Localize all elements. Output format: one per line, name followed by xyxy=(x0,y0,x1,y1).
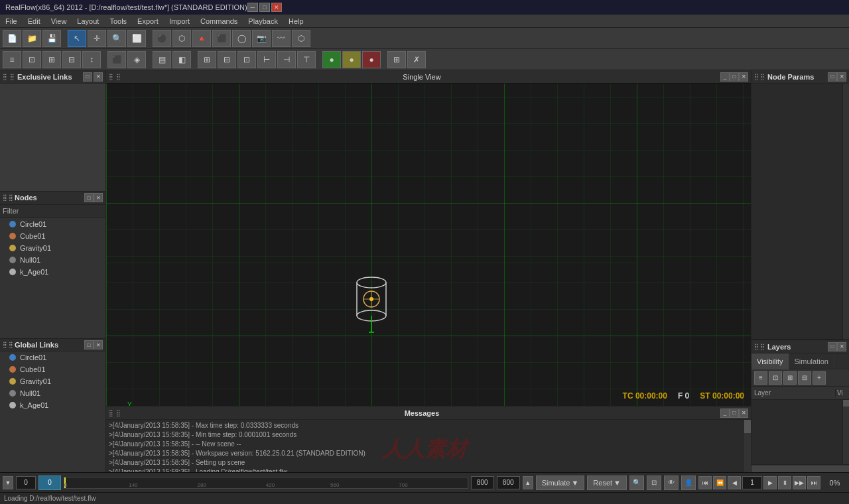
tab-simulation[interactable]: Simulation xyxy=(789,353,834,369)
viewport-minimize[interactable]: _ xyxy=(720,72,730,82)
green-btn[interactable]: ● xyxy=(322,51,341,68)
layers-hscrollbar[interactable] xyxy=(751,464,849,472)
layers-scroll-left[interactable] xyxy=(843,400,849,407)
new-button[interactable]: 📄 xyxy=(3,30,21,47)
menu-commands[interactable]: Commands xyxy=(195,15,243,28)
global-links-close[interactable]: ✕ xyxy=(94,340,103,349)
tree-item-null01[interactable]: Null01 xyxy=(0,254,105,266)
layers-tb-btn4[interactable]: ⊟ xyxy=(798,371,811,385)
frame-number-input[interactable] xyxy=(742,476,762,489)
tree-item-circle01[interactable]: Circle01 xyxy=(0,218,105,230)
tb2-btn12[interactable]: ⊡ xyxy=(237,51,256,68)
minimize-button[interactable]: ─ xyxy=(247,3,258,12)
menu-playback[interactable]: Playback xyxy=(243,15,283,28)
nodes-close[interactable]: ✕ xyxy=(94,193,103,202)
prev-step-btn[interactable]: ◀ xyxy=(728,476,741,489)
play-btn[interactable]: ▶ xyxy=(763,476,777,489)
messages-content[interactable]: >[4/January/2013 15:58:35] - Max time st… xyxy=(106,420,743,472)
select-button[interactable]: ↖ xyxy=(68,30,86,47)
layers-scrollbar[interactable] xyxy=(842,400,849,464)
view-btn3[interactable]: 👁 xyxy=(664,475,679,490)
move-button[interactable]: ✛ xyxy=(88,30,106,47)
reset-button[interactable]: Reset ▼ xyxy=(587,475,627,490)
view-btn2[interactable]: ⊡ xyxy=(647,475,661,490)
layers-close[interactable]: ✕ xyxy=(837,342,846,351)
daemon-button[interactable]: 🔺 xyxy=(192,30,211,47)
tb2-btn3[interactable]: ⊞ xyxy=(42,51,61,68)
messages-scrollbar[interactable] xyxy=(743,420,751,472)
camera-button[interactable]: 📷 xyxy=(252,30,271,47)
view-btn4[interactable]: 👤 xyxy=(681,475,696,490)
zoom-button[interactable]: 🔍 xyxy=(107,30,126,47)
messages-minimize[interactable]: _ xyxy=(720,409,730,418)
red-btn[interactable]: ● xyxy=(362,51,381,68)
tree-item-cube01[interactable]: Cube01 xyxy=(0,230,105,242)
prev-start-btn[interactable]: ⏮ xyxy=(698,476,712,489)
menu-layout[interactable]: Layout xyxy=(72,15,104,28)
object-button[interactable]: ◯ xyxy=(232,30,251,47)
spline-button[interactable]: ⬡ xyxy=(292,30,310,47)
messages-close[interactable]: ✕ xyxy=(739,409,748,418)
particle-button[interactable]: ⚫ xyxy=(153,30,171,47)
mesh-button[interactable]: ⬛ xyxy=(212,30,231,47)
global-cube01[interactable]: Cube01 xyxy=(0,363,105,375)
layers-float[interactable]: □ xyxy=(828,342,837,351)
tree-item-gravity01[interactable]: Gravity01 xyxy=(0,242,105,254)
tb2-btn10[interactable]: ⊞ xyxy=(198,51,216,68)
maximize-button[interactable]: □ xyxy=(259,3,270,12)
layers-tb-btn5[interactable]: + xyxy=(813,371,826,385)
layers-hscroll-thumb[interactable] xyxy=(751,466,849,472)
frame-up-btn[interactable]: ▲ xyxy=(523,476,533,489)
global-gravity01[interactable]: Gravity01 xyxy=(0,375,105,387)
menu-tools[interactable]: Tools xyxy=(104,15,132,28)
tb2-btn15[interactable]: ⊤ xyxy=(297,51,316,68)
close-button[interactable]: ✕ xyxy=(271,3,282,12)
next-step-btn[interactable]: ▶▶ xyxy=(793,476,806,489)
frame-end-input2[interactable] xyxy=(497,476,520,489)
tree-item-kage01[interactable]: k_Age01 xyxy=(0,266,105,278)
menu-edit[interactable]: Edit xyxy=(23,15,46,28)
excl-links-float[interactable]: □ xyxy=(83,72,92,82)
view-btn1[interactable]: 🔍 xyxy=(629,475,644,490)
layers-tb-btn2[interactable]: ⊡ xyxy=(769,371,782,385)
tb2-btn11[interactable]: ⊟ xyxy=(218,51,236,68)
excl-links-close[interactable]: ✕ xyxy=(94,72,103,82)
prev-frame-btn[interactable]: ⏪ xyxy=(713,476,726,489)
pause-btn[interactable]: ⏸ xyxy=(778,476,791,489)
global-null01[interactable]: Null01 xyxy=(0,387,105,399)
tb2-btn4[interactable]: ⊟ xyxy=(62,51,81,68)
tb2-btn8[interactable]: ▤ xyxy=(153,51,171,68)
emitter-button[interactable]: ⬡ xyxy=(172,30,191,47)
frame-end-input1[interactable] xyxy=(471,476,494,489)
menu-import[interactable]: Import xyxy=(164,15,195,28)
tb2-btn6[interactable]: ⬛ xyxy=(107,51,126,68)
node-params-close[interactable]: ✕ xyxy=(837,72,846,82)
frame-down-btn[interactable]: ▼ xyxy=(3,476,13,489)
menu-export[interactable]: Export xyxy=(132,15,164,28)
tb2-btn1[interactable]: ≡ xyxy=(3,51,21,68)
wave-button[interactable]: 〰 xyxy=(272,30,291,47)
global-kage01[interactable]: k_Age01 xyxy=(0,399,105,411)
next-end-btn[interactable]: ⏭ xyxy=(807,476,820,489)
menu-file[interactable]: File xyxy=(0,15,23,28)
layers-tb-btn1[interactable]: ≡ xyxy=(754,371,767,385)
tb2-btn16[interactable]: ⊞ xyxy=(387,51,406,68)
viewport[interactable]: Y X xyxy=(106,70,751,406)
tb2-btn14[interactable]: ⊣ xyxy=(277,51,296,68)
simulate-button[interactable]: Simulate ▼ xyxy=(536,475,585,490)
layers-tb-btn3[interactable]: ⊞ xyxy=(783,371,797,385)
tb2-btn2[interactable]: ⊡ xyxy=(23,51,41,68)
yellow-btn[interactable]: ● xyxy=(342,51,361,68)
frame-button[interactable]: ⬜ xyxy=(127,30,146,47)
menu-help[interactable]: Help xyxy=(283,15,309,28)
scroll-thumb[interactable] xyxy=(744,420,751,433)
node-params-scrollbar[interactable] xyxy=(842,84,849,340)
tb2-btn13[interactable]: ⊢ xyxy=(257,51,276,68)
node-params-float[interactable]: □ xyxy=(828,72,837,82)
messages-float[interactable]: □ xyxy=(730,409,739,418)
global-links-float[interactable]: □ xyxy=(84,340,94,349)
viewport-float[interactable]: □ xyxy=(730,72,739,82)
tb2-btn7[interactable]: ◈ xyxy=(127,51,146,68)
menu-view[interactable]: View xyxy=(46,15,72,28)
tb2-btn17[interactable]: ✗ xyxy=(407,51,426,68)
